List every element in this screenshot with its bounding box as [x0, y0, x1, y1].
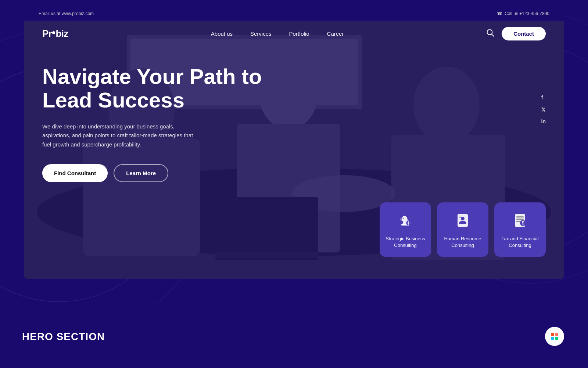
nav-links: About us Services Portfolio Career: [211, 31, 344, 37]
find-consultant-button[interactable]: Find Consultant: [42, 164, 108, 182]
logo-text-after: biz: [55, 28, 68, 39]
strategic-label: Strategic Business Consulting: [386, 236, 425, 249]
nav-career[interactable]: Career: [327, 31, 344, 37]
top-bar: Email us at www.probiz.com ☎ Call us +12…: [24, 7, 564, 21]
svg-rect-32: [516, 221, 521, 222]
nav-right: Contact: [486, 27, 546, 40]
svg-point-21: [403, 217, 404, 219]
phone-text: Call us +123-456-7890: [505, 11, 549, 16]
linkedin-icon[interactable]: in: [541, 118, 546, 124]
email-info: Email us at www.probiz.com: [39, 11, 94, 16]
svg-rect-35: [551, 333, 554, 336]
tax-icon: $: [513, 213, 527, 230]
svg-rect-31: [516, 219, 524, 220]
phone-info: ☎ Call us +123-456-7890: [497, 11, 549, 16]
main-nav: Pr biz About us Services Portfolio Caree…: [24, 21, 564, 46]
email-text: Email us at www.probiz.com: [39, 11, 94, 16]
service-card-strategic[interactable]: Strategic Business Consulting: [380, 202, 431, 257]
svg-point-24: [408, 222, 409, 224]
hr-label: Human Resource Consulting: [443, 236, 483, 249]
hero-subtitle: We dive deep into understanding your bus…: [42, 122, 200, 149]
section-label: HERO SECTION: [22, 331, 105, 343]
svg-rect-36: [555, 333, 558, 336]
logo: Pr biz: [42, 28, 68, 39]
service-card-tax[interactable]: $ Tax and Financial Consulting: [494, 202, 546, 257]
browser-frame: Email us at www.probiz.com ☎ Call us +12…: [24, 7, 564, 279]
svg-text:$: $: [522, 220, 524, 226]
nav-about[interactable]: About us: [211, 31, 233, 37]
strategic-icon: [398, 213, 413, 230]
hr-icon: [455, 213, 470, 230]
svg-rect-28: [459, 217, 461, 218]
hero-title: Navigate Your Path to Lead Success: [42, 65, 270, 112]
svg-rect-37: [551, 337, 554, 340]
tax-label: Tax and Financial Consulting: [500, 236, 540, 249]
figma-button[interactable]: [545, 327, 564, 346]
nav-services[interactable]: Services: [250, 31, 272, 37]
svg-rect-27: [459, 216, 462, 216]
search-button[interactable]: [486, 29, 494, 39]
hero-buttons: Find Consultant Learn More: [42, 164, 270, 182]
service-cards: Strategic Business Consulting Human Reso…: [380, 202, 546, 257]
svg-line-19: [492, 34, 494, 36]
social-icons: f 𝕏 in: [541, 94, 546, 124]
hero-section: Pr biz About us Services Portfolio Caree…: [24, 21, 564, 279]
logo-dot: [52, 31, 55, 34]
service-card-hr[interactable]: Human Resource Consulting: [437, 202, 488, 257]
bottom-bar: HERO SECTION: [0, 305, 588, 368]
facebook-icon[interactable]: f: [541, 94, 546, 101]
nav-portfolio[interactable]: Portfolio: [289, 31, 309, 37]
svg-point-26: [461, 217, 465, 220]
twitter-icon[interactable]: 𝕏: [541, 107, 546, 113]
hero-content: Navigate Your Path to Lead Success We di…: [42, 65, 270, 182]
contact-button[interactable]: Contact: [502, 27, 546, 40]
logo-text-before: Pr: [42, 28, 52, 39]
svg-rect-30: [516, 216, 524, 217]
phone-icon: ☎: [497, 11, 502, 16]
learn-more-button[interactable]: Learn More: [114, 164, 168, 182]
svg-rect-38: [555, 337, 558, 340]
